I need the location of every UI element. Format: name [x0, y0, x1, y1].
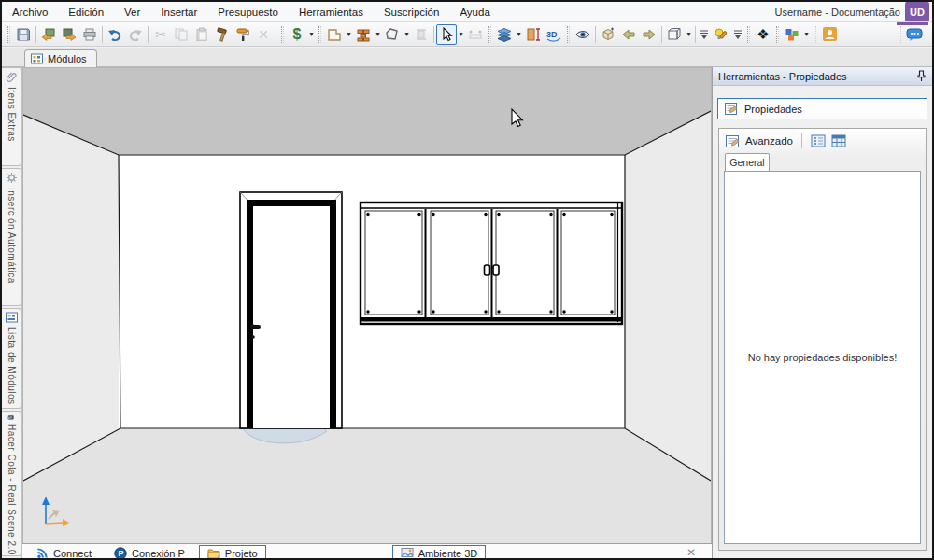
- bricks-tool-dropdown[interactable]: ▾: [374, 30, 382, 38]
- render-3d-button[interactable]: 3D: [544, 24, 564, 45]
- paint-roller-button[interactable]: [233, 24, 253, 45]
- properties-button[interactable]: Propiedades: [717, 98, 927, 119]
- main-canvas[interactable]: [22, 67, 712, 560]
- wall-cabinet[interactable]: [361, 203, 622, 324]
- menu-presupuesto[interactable]: Presupuesto: [207, 2, 289, 22]
- cabinet-door-1[interactable]: [365, 211, 422, 315]
- colors-button[interactable]: [782, 24, 802, 45]
- export-button[interactable]: [59, 24, 79, 45]
- sidebar-tab-itens-extras[interactable]: Itens Extras: [2, 67, 21, 166]
- select-tool-button[interactable]: [436, 24, 457, 45]
- column-tool-button[interactable]: [411, 24, 432, 45]
- colors-dropdown[interactable]: ▾: [802, 30, 811, 38]
- layers-button[interactable]: [494, 24, 515, 45]
- right-wall[interactable]: [625, 111, 711, 481]
- avatar[interactable]: UD: [905, 2, 929, 21]
- floor[interactable]: [23, 428, 711, 560]
- measure-tool-button[interactable]: [465, 24, 486, 45]
- cabinet-door-3[interactable]: [496, 211, 554, 315]
- tab-conexion-p[interactable]: P Conexión P: [106, 545, 193, 560]
- navigate-forward-button[interactable]: [639, 24, 659, 45]
- sidebar-tab-insercion-automatica[interactable]: Inserción Automática: [2, 168, 21, 306]
- room-tool-dropdown[interactable]: ▾: [345, 30, 353, 38]
- view-cube-button[interactable]: [664, 24, 685, 45]
- cabinet-door-2[interactable]: [431, 211, 488, 315]
- paste-button[interactable]: [191, 24, 212, 45]
- menu-insertar[interactable]: Insertar: [150, 2, 207, 22]
- delete-icon: ✕: [258, 28, 269, 41]
- bricks-icon: [356, 27, 371, 42]
- tab-modulos[interactable]: Módulos: [24, 49, 97, 67]
- print-button[interactable]: [79, 24, 100, 45]
- toolbar-grip[interactable]: [747, 26, 750, 43]
- toolbar-grip[interactable]: [567, 26, 570, 43]
- toolbar-grip[interactable]: [488, 26, 491, 43]
- budget-dropdown[interactable]: ▾: [307, 30, 316, 38]
- toolbar-grip[interactable]: [318, 26, 321, 43]
- navigate-back-button[interactable]: [618, 24, 639, 45]
- insert-module-button[interactable]: [598, 24, 618, 45]
- move-tool-button[interactable]: ❖: [753, 24, 773, 45]
- account-label[interactable]: Username - Documentação: [774, 2, 900, 22]
- layers-dropdown[interactable]: ▾: [515, 30, 523, 38]
- select-tool-dropdown[interactable]: ▾: [457, 30, 465, 38]
- tab-projeto[interactable]: Projeto: [199, 545, 266, 560]
- tab-ambiente-3d-label: Ambiente 3D: [418, 548, 478, 559]
- toolbar-overflow-button[interactable]: [731, 24, 744, 45]
- toolbar-grip[interactable]: [814, 26, 816, 43]
- delete-button[interactable]: ✕: [253, 24, 274, 45]
- menu-bar: Archivo Edición Ver Insertar Presupuesto…: [2, 2, 932, 22]
- properties-button-label: Propiedades: [744, 104, 802, 115]
- door-dimension-button[interactable]: [523, 24, 544, 45]
- pin-icon[interactable]: [916, 70, 927, 82]
- tab-projeto-label: Projeto: [225, 548, 258, 559]
- close-tab-icon[interactable]: ✕: [684, 546, 699, 559]
- advanced-label[interactable]: Avanzado: [745, 135, 793, 147]
- build-hammer-button[interactable]: [212, 24, 233, 45]
- render-idea-button[interactable]: [711, 24, 731, 45]
- user-account-button[interactable]: [819, 24, 840, 45]
- menu-suscripcion[interactable]: Suscripción: [374, 2, 449, 22]
- redo-button[interactable]: [125, 24, 146, 45]
- tab-connect[interactable]: Connect: [28, 545, 100, 560]
- door[interactable]: [240, 192, 342, 428]
- view-cube-dropdown[interactable]: ▾: [685, 30, 693, 38]
- cut-button[interactable]: ✂: [150, 24, 171, 45]
- toolbar-overflow-button[interactable]: [698, 24, 711, 45]
- tab-general[interactable]: General: [725, 153, 770, 171]
- ceiling[interactable]: [23, 68, 711, 155]
- visibility-button[interactable]: [573, 24, 593, 45]
- menu-edicion[interactable]: Edición: [58, 2, 114, 22]
- toolbar-grip[interactable]: [7, 26, 10, 43]
- menu-ayuda[interactable]: Ayuda: [449, 2, 500, 22]
- copy-button[interactable]: [171, 24, 191, 45]
- sidebar-tab-hacer-cola-real-scene[interactable]: Hacer Cola - Real Scene 2.0: [2, 411, 21, 556]
- toolbar-grip[interactable]: [776, 26, 779, 43]
- bottom-tab-bar: Connect P Conexión P Projeto Ambiente 3D…: [22, 543, 712, 560]
- tab-ambiente-3d[interactable]: Ambiente 3D: [392, 545, 487, 560]
- room-tool-button[interactable]: [324, 24, 345, 45]
- undo-button[interactable]: [105, 24, 125, 45]
- folder-icon: [207, 548, 220, 559]
- color-blocks-icon: [785, 27, 800, 42]
- menu-herramientas[interactable]: Herramientas: [289, 2, 374, 22]
- save-button[interactable]: [13, 24, 34, 45]
- toolbar-grip[interactable]: [281, 26, 284, 43]
- import-button[interactable]: [38, 24, 59, 45]
- left-wall[interactable]: [23, 115, 120, 481]
- polygon-tool-dropdown[interactable]: ▾: [403, 30, 411, 38]
- toolbar-grip[interactable]: [899, 26, 901, 43]
- panel-header: Herramientas - Propiedades: [713, 67, 932, 86]
- toolbar-separator: [148, 26, 149, 43]
- cabinet-door-4[interactable]: [561, 211, 615, 315]
- sidebar-tab-label: Lista de Módulos: [7, 327, 17, 405]
- menu-ver[interactable]: Ver: [114, 2, 150, 22]
- polygon-tool-button[interactable]: [382, 24, 403, 45]
- budget-button[interactable]: $: [287, 24, 307, 45]
- list-view-icon[interactable]: [811, 134, 826, 147]
- bricks-tool-button[interactable]: [353, 24, 374, 45]
- sidebar-tab-lista-de-modulos[interactable]: Lista de Módulos: [2, 308, 21, 409]
- chat-button[interactable]: [904, 24, 925, 45]
- table-view-icon[interactable]: [831, 134, 846, 147]
- menu-archivo[interactable]: Archivo: [2, 2, 58, 22]
